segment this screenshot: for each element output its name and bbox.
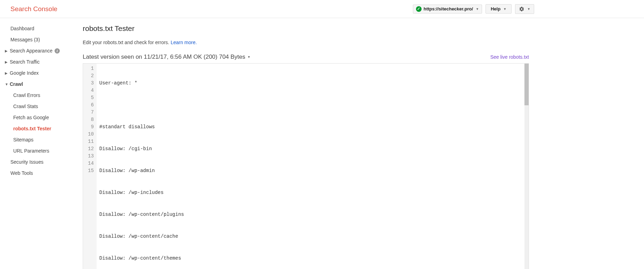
code-line: Disallow: /wp-admin (99, 167, 522, 174)
sidebar-item-robots-tester[interactable]: robots.txt Tester (0, 123, 73, 134)
crawl-label: Crawl (10, 81, 23, 87)
line-number: 14 (88, 160, 94, 167)
sidebar-item-crawl[interactable]: ▼ Crawl (0, 79, 73, 90)
verified-icon: ✓ (416, 6, 422, 12)
sidebar-item-google-index[interactable]: ▶ Google Index (0, 67, 73, 79)
line-number: 2 (88, 72, 94, 80)
page-title: robots.txt Tester (83, 24, 529, 33)
chevron-down-icon: ▼ (527, 7, 530, 11)
sidebar-item-fetch-as-google[interactable]: Fetch as Google (0, 112, 73, 123)
sidebar-item-dashboard[interactable]: Dashboard (0, 23, 73, 34)
code-line: Disallow: /wp-content/plugins (99, 211, 522, 218)
scrollbar-thumb[interactable] (524, 64, 529, 105)
see-live-robots-link[interactable]: See live robots.txt (490, 54, 529, 60)
code-line: Disallow: /wp-content/cache (99, 233, 522, 240)
line-number: 3 (88, 80, 94, 87)
version-text: Latest version seen on 11/21/17, 6:56 AM… (83, 54, 245, 60)
line-number: 13 (88, 153, 94, 160)
line-number: 11 (88, 138, 94, 145)
line-number: 1 (88, 65, 94, 72)
learn-more-link[interactable]: Learn more. (171, 40, 197, 45)
expand-down-icon: ▼ (5, 82, 8, 86)
help-label: Help (491, 6, 500, 11)
sidebar-item-messages[interactable]: Messages (3) (0, 34, 73, 45)
sidebar-item-search-appearance[interactable]: ▶ Search Appearance i (0, 45, 73, 56)
sidebar-item-crawl-stats[interactable]: Crawl Stats (0, 101, 73, 112)
code-line: Disallow: /wp-content/themes (99, 255, 522, 262)
search-appearance-label: Search Appearance (10, 48, 52, 54)
info-icon[interactable]: i (55, 48, 60, 54)
gear-icon (519, 6, 524, 12)
line-number: 10 (88, 131, 94, 138)
sidebar-item-sitemaps[interactable]: Sitemaps (0, 134, 73, 145)
google-index-label: Google Index (10, 70, 39, 76)
version-dropdown[interactable]: Latest version seen on 11/21/17, 6:56 AM… (83, 54, 251, 60)
subtitle-text: Edit your robots.txt and check for error… (83, 40, 169, 45)
code-line (99, 101, 522, 109)
line-number: 8 (88, 116, 94, 123)
expand-right-icon: ▶ (5, 60, 8, 64)
app-title: Search Console (10, 5, 57, 13)
sidebar-item-security[interactable]: Security Issues (0, 156, 73, 168)
editor-scrollbar[interactable] (524, 64, 529, 269)
line-number: 5 (88, 94, 94, 101)
expand-right-icon: ▶ (5, 71, 8, 75)
expand-right-icon: ▶ (5, 49, 8, 53)
chevron-down-icon: ▼ (503, 7, 506, 11)
page-subtitle: Edit your robots.txt and check for error… (83, 40, 529, 45)
help-button[interactable]: Help ▼ (486, 4, 512, 14)
sidebar-item-search-traffic[interactable]: ▶ Search Traffic (0, 56, 73, 67)
chevron-down-icon: ▼ (476, 7, 479, 11)
line-number: 12 (88, 145, 94, 153)
code-line: Disallow: /wp-includes (99, 189, 522, 196)
line-number: 7 (88, 109, 94, 116)
line-gutter: 1 2 3 4 5 6 7 8 9 10 11 12 13 14 15 (83, 64, 97, 269)
search-traffic-label: Search Traffic (10, 59, 40, 65)
code-line: User-agent: * (99, 80, 522, 87)
code-line: #standart disallows (99, 123, 522, 131)
code-line: Disallow: /cgi-bin (99, 145, 522, 153)
line-number: 15 (88, 167, 94, 174)
settings-button[interactable]: ▼ (515, 4, 534, 14)
chevron-down-icon: ▼ (247, 55, 251, 59)
line-number: 9 (88, 123, 94, 131)
code-content[interactable]: User-agent: * #standart disallows Disall… (97, 64, 524, 269)
sidebar-item-url-parameters[interactable]: URL Parameters (0, 145, 73, 156)
robots-editor[interactable]: 1 2 3 4 5 6 7 8 9 10 11 12 13 14 15 User… (83, 63, 529, 269)
site-selector-dropdown[interactable]: ✓ https://sitechecker.pro/ ▼ (413, 5, 482, 14)
sidebar-item-web-tools[interactable]: Web Tools (0, 168, 73, 179)
sidebar-item-crawl-errors[interactable]: Crawl Errors (0, 90, 73, 101)
line-number: 4 (88, 87, 94, 94)
line-number: 6 (88, 101, 94, 109)
site-url-label: https://sitechecker.pro/ (424, 6, 473, 11)
